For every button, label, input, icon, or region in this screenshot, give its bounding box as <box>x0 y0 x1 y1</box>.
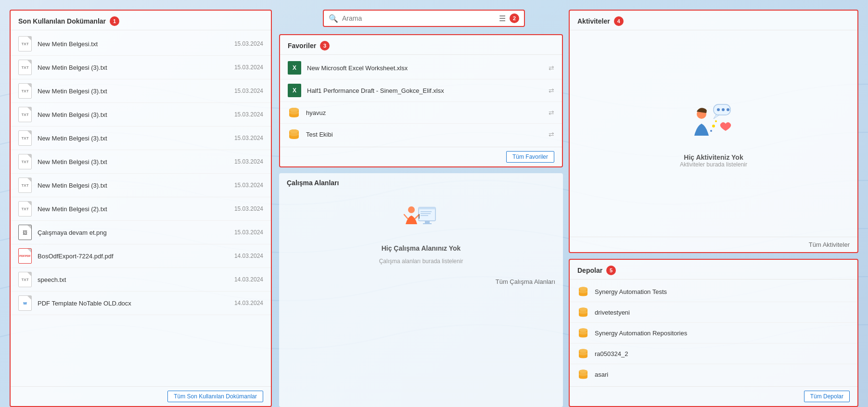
doc-name: New Metin Belgesi (3).txt <box>38 158 229 165</box>
svg-point-39 <box>579 370 587 373</box>
doc-name: Çalışmaya devam et.png <box>38 229 229 236</box>
svg-rect-8 <box>425 221 430 223</box>
txt-icon: TXT <box>18 83 32 99</box>
svg-point-36 <box>579 349 587 353</box>
repo-name: asari <box>595 371 608 378</box>
activities-panel: Aktiviteler 4 <box>569 10 858 253</box>
all-repos-button[interactable]: Tüm Depolar <box>804 391 850 402</box>
list-item[interactable]: W PDF Template NoTable OLD.docx 14.03.20… <box>11 292 271 315</box>
svg-point-27 <box>579 287 587 291</box>
list-item[interactable]: TXT New Metin Belgesi (3).txt 15.03.2024 <box>11 103 271 127</box>
list-item[interactable]: PDF BosOdfExport-7224.pdf.pdf 14.03.2024 <box>11 244 271 268</box>
favorites-header: Favoriler 3 <box>280 35 562 55</box>
all-workspaces-link[interactable]: Tüm Çalışma Alanları <box>279 274 563 289</box>
recent-docs-footer: Tüm Son Kullanılan Dokümanlar <box>11 386 271 406</box>
svg-point-31 <box>579 311 587 314</box>
doc-name: speech.txt <box>38 276 229 283</box>
list-item[interactable]: asari <box>570 364 857 384</box>
workspaces-panel: Çalışma Alanları <box>279 173 563 407</box>
fav-name: hyavuz <box>306 109 543 116</box>
db-icon <box>288 128 300 140</box>
all-recent-docs-button[interactable]: Tüm Son Kullanılan Dokümanlar <box>167 391 263 402</box>
workspaces-empty: Hiç Çalışma Alanınız Yok Çalışma alanlar… <box>279 191 563 274</box>
middle-panel: Favoriler 3 X New Microsoft Excel Worksh… <box>279 34 569 407</box>
db-icon <box>577 286 589 297</box>
favorites-footer: Tüm Favoriler <box>280 147 562 166</box>
recent-docs-header: Son Kullanılan Dokümanlar 1 <box>11 11 271 30</box>
doc-name: PDF Template NoTable OLD.docx <box>38 300 229 307</box>
list-item[interactable]: TXT New Metin Belgesi (2).txt 15.03.2024 <box>11 197 271 221</box>
doc-date: 15.03.2024 <box>234 64 263 71</box>
workspaces-illustration <box>402 200 440 239</box>
pin-icon: ⇄ <box>549 64 554 72</box>
svg-point-2 <box>289 111 299 114</box>
svg-point-21 <box>727 108 729 111</box>
list-item[interactable]: TXT New Metin Belgesi (3).txt 15.03.2024 <box>11 56 271 79</box>
doc-name: New Metin Belgesi (3).txt <box>38 135 229 142</box>
fav-name: Half1 Performance Draft - Sinem_Gokce_El… <box>307 87 543 94</box>
list-item[interactable]: TXT New Metin Belgesi (3).txt 15.03.2024 <box>11 150 271 174</box>
pin-icon: ⇄ <box>549 87 554 94</box>
list-item[interactable]: TXT New Metin Belgesi (3).txt 15.03.2024 <box>11 79 271 103</box>
svg-point-19 <box>717 108 720 111</box>
svg-point-23 <box>715 120 717 122</box>
doc-date: 15.03.2024 <box>234 88 263 94</box>
list-item[interactable]: TXT New Metin Belgesi (3).txt 15.03.2024 <box>11 174 271 197</box>
favorites-panel: Favoriler 3 X New Microsoft Excel Worksh… <box>279 34 563 167</box>
list-item[interactable]: hyavuz ⇄ <box>280 102 562 124</box>
list-item[interactable]: X New Microsoft Excel Worksheet.xlsx ⇄ <box>280 57 562 79</box>
db-icon <box>288 106 300 119</box>
repo-list: Synergy Automation Tests drivetestyeni S… <box>570 280 857 386</box>
svg-point-13 <box>408 206 415 213</box>
activities-badge: 4 <box>614 16 624 26</box>
svg-point-30 <box>579 308 587 311</box>
svg-line-14 <box>404 215 408 218</box>
list-item[interactable]: X Half1 Performance Draft - Sinem_Gokce_… <box>280 79 562 102</box>
list-item[interactable]: TXT New Metin Belgesi.txt 15.03.2024 <box>11 32 271 56</box>
svg-point-33 <box>579 329 587 332</box>
search-input[interactable] <box>342 14 495 22</box>
repo-name: Synergy Automation Repositories <box>595 330 687 337</box>
list-item[interactable]: TXT speech.txt 14.03.2024 <box>11 268 271 292</box>
repositories-panel: Depolar 5 Synergy Automation Tests drive… <box>569 259 858 407</box>
list-item[interactable]: 🖼 Çalışmaya devam et.png 15.03.2024 <box>11 221 271 244</box>
all-activities-link[interactable]: Tüm Aktiviteler <box>570 237 857 252</box>
list-item[interactable]: TXT New Metin Belgesi (3).txt 15.03.2024 <box>11 127 271 150</box>
db-icon <box>577 348 589 359</box>
list-item[interactable]: Synergy Automation Repositories <box>570 323 857 343</box>
svg-rect-9 <box>423 223 432 224</box>
activities-title: Aktiviteler <box>577 17 610 25</box>
repositories-footer: Tüm Depolar <box>570 386 857 406</box>
fav-name: New Microsoft Excel Worksheet.xlsx <box>307 64 543 72</box>
doc-list: TXT New Metin Belgesi.txt 15.03.2024 TXT… <box>11 30 271 386</box>
svg-rect-6 <box>419 207 435 221</box>
list-item[interactable]: Test Ekibi ⇄ <box>280 124 562 145</box>
doc-name: New Metin Belgesi.txt <box>38 40 229 48</box>
txt-icon: TXT <box>18 60 32 75</box>
doc-name: New Metin Belgesi (3).txt <box>38 182 229 189</box>
svg-point-40 <box>579 373 587 376</box>
doc-name: New Metin Belgesi (2).txt <box>38 205 229 213</box>
doc-date: 15.03.2024 <box>234 135 263 141</box>
list-item[interactable]: drivetestyeni <box>570 302 857 323</box>
svg-rect-7 <box>419 207 435 209</box>
txt-icon: TXT <box>18 178 32 193</box>
list-item[interactable]: Synergy Automation Tests <box>570 281 857 302</box>
pin-icon: ⇄ <box>549 109 554 116</box>
doc-date: 15.03.2024 <box>234 158 263 165</box>
list-item[interactable]: ra050324_2 <box>570 343 857 364</box>
activities-empty-subtitle: Aktiviteler burada listelenir <box>680 161 747 168</box>
svg-point-5 <box>289 132 299 136</box>
excel-icon: X <box>288 61 301 75</box>
all-favorites-button[interactable]: Tüm Favoriler <box>506 151 554 163</box>
repo-name: Synergy Automation Tests <box>595 288 667 295</box>
recent-docs-panel: Son Kullanılan Dokümanlar 1 TXT New Meti… <box>10 10 272 407</box>
activities-illustration <box>689 100 738 148</box>
svg-point-24 <box>710 130 712 132</box>
activities-empty-title: Hiç Aktiviteniz Yok <box>684 153 743 161</box>
search-area: 🔍 ☰ 2 <box>279 10 569 34</box>
filter-icon[interactable]: ☰ <box>499 14 506 23</box>
excel-icon: X <box>288 84 301 97</box>
txt-icon: TXT <box>18 36 32 51</box>
recent-docs-title: Son Kullanılan Dokümanlar <box>18 17 106 25</box>
